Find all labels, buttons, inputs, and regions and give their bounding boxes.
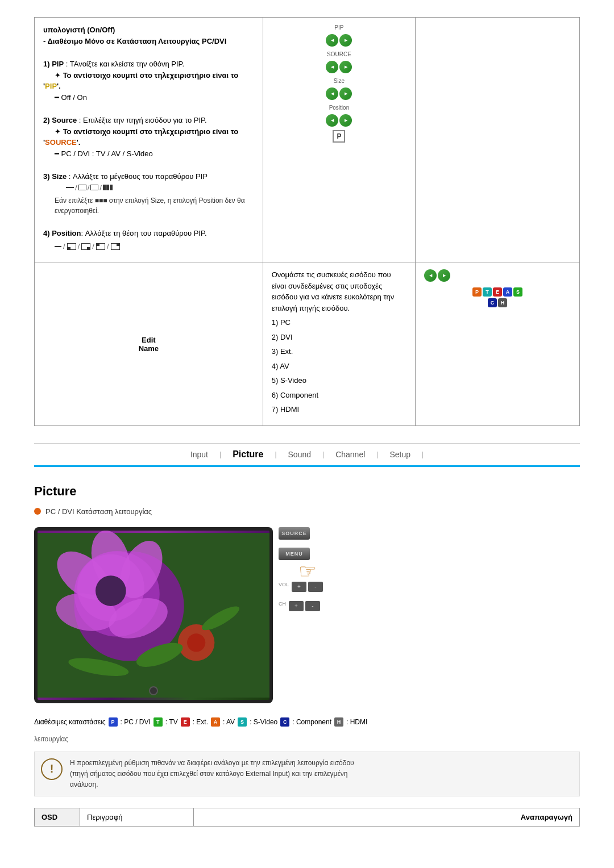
size-btn-pair (326, 87, 352, 100)
nav-sep-3: | (322, 450, 324, 458)
pteas-a: A (503, 287, 512, 297)
pip-section-1: 1) PIP : TAvoίξτε και κλείστε την οθόνη … (43, 59, 254, 103)
picture-subtitle-text: PC / DVI Κατάσταση λειτουργίας (45, 507, 152, 516)
status-av: : AV (223, 718, 235, 726)
edit-left-btn[interactable] (424, 269, 437, 282)
status-icon-s: S (238, 717, 247, 727)
pip-section-4: 4) Position: Αλλάξτε τη θέση του παραθύρ… (43, 228, 254, 252)
edit-name-desc: Ονομάστε τις συσκευές εισόδου που είναι … (272, 269, 406, 314)
nav-sep-1: | (219, 450, 221, 458)
pip-left-btn[interactable] (326, 34, 338, 47)
source-left-btn[interactable] (326, 61, 338, 73)
status-icon-h: H (334, 717, 343, 727)
nav-sep-4: | (376, 450, 378, 458)
status-ext: : Ext. (193, 718, 208, 726)
ch-controls: CH + - (279, 601, 323, 611)
position-right-btn[interactable] (339, 114, 352, 127)
pteas-t: T (483, 287, 492, 297)
size-left-btn[interactable] (326, 87, 338, 100)
status-icon-a: A (211, 717, 220, 727)
picture-title: Picture (34, 484, 580, 499)
nav-channel[interactable]: Channel (335, 450, 365, 459)
size-icon-group: Size (272, 78, 406, 100)
note-box: ! Η προεπιλεγμένη ρύθμιση πιθανόν να δια… (34, 752, 580, 797)
desc-label-cell: Περιγραφή (80, 808, 194, 827)
tv-frame (34, 527, 273, 703)
picture-section: Picture PC / DVI Κατάσταση λειτουργίας (34, 484, 580, 827)
edit-name-item-3: 3) Ext. (272, 346, 406, 357)
edit-name-item-2: 2) DVI (272, 332, 406, 343)
edit-name-label-cell: EditName (35, 262, 263, 426)
pip-icon-group: PIP (272, 24, 406, 47)
edit-right-btn[interactable] (438, 269, 450, 282)
pteas-s: S (513, 287, 522, 297)
status-icons-row: Διαθέσιμες καταστάσεις P : PC / DVI T : … (34, 717, 580, 727)
hand-icon: ☞ (298, 560, 317, 583)
note-line1: Η προεπιλεγμένη ρύθμιση πιθανόν να διαφέ… (70, 759, 354, 767)
pteas-e: E (493, 287, 502, 297)
note-line3: ανάλυση. (70, 781, 98, 788)
pteas-block: P T E A S C H (424, 287, 571, 307)
position-label: Position (329, 105, 350, 111)
status-icon-p: P (109, 717, 118, 727)
position-p-icon: P (333, 130, 345, 143)
size-right-btn[interactable] (339, 87, 352, 100)
bullet-circle-icon (34, 508, 41, 515)
pip-section-3: 3) Size : Αλλάξτε το μέγεθους του παραθύ… (43, 171, 254, 216)
status-component: : Component (292, 718, 331, 726)
pip-content-cell: υπολογιστή (On/Off) - Διαθέσιμο Μόνο σε … (35, 18, 263, 262)
nav-picture[interactable]: Picture (233, 449, 263, 460)
edit-name-item-5: 5) S-Video (272, 375, 406, 386)
edit-name-icon-cell: P T E A S C H (416, 262, 580, 426)
note-text: Η προεπιλεγμένη ρύθμιση πιθανόν να διαφέ… (70, 758, 354, 791)
status-icon-c: C (280, 717, 289, 727)
nav-sound[interactable]: Sound (288, 450, 311, 459)
tv-power-btn[interactable] (149, 686, 158, 695)
pteas-h: H (498, 298, 507, 307)
size-label: Size (334, 78, 345, 84)
tv-controls-panel: SOURCE MENU ☞ VOL + - CH + - (279, 527, 323, 612)
edit-name-item-4: 4) AV (272, 361, 406, 372)
position-left-btn[interactable] (326, 114, 338, 127)
status-pc-dvi: : PC / DVI (121, 718, 151, 726)
ch-minus-btn[interactable]: - (305, 601, 320, 611)
source-label: SOURCE (327, 51, 351, 57)
menu-btn[interactable]: MENU (279, 548, 310, 560)
svg-point-11 (187, 633, 205, 652)
pip-label: PIP (334, 24, 343, 31)
page-container: υπολογιστή (On/Off) - Διαθέσιμο Μόνο σε … (0, 0, 614, 861)
edit-name-btn-pair (424, 269, 571, 282)
nav-bar: Input | Picture | Sound | Channel | Setu… (34, 443, 580, 467)
pip-section-2: 2) Source : Επιλέξτε την πηγή εισόδου γι… (43, 115, 254, 159)
edit-name-content-cell: Ονομάστε τις συσκευές εισόδου που είναι … (263, 262, 415, 426)
replay-label-cell: Αναπαραγωγή (194, 808, 580, 827)
ch-plus-btn[interactable]: + (289, 601, 304, 611)
source-btn-pair (326, 61, 352, 73)
position-icon-group: Position P (272, 105, 406, 143)
svg-text:!: ! (50, 762, 54, 775)
pteas-row-1: P T E A S (472, 287, 522, 297)
note-icon: ! (40, 758, 63, 784)
pteas-p: P (472, 287, 482, 297)
flower-image (38, 531, 269, 700)
status-available-label: Διαθέσιμες καταστάσεις (34, 718, 106, 726)
position-btn-pair (326, 114, 352, 127)
nav-setup[interactable]: Setup (389, 450, 410, 459)
pteas-row-2: C H (488, 298, 507, 307)
status-tv: : TV (165, 718, 178, 726)
picture-subtitle: PC / DVI Κατάσταση λειτουργίας (34, 507, 580, 516)
nav-sep-2: | (275, 450, 276, 458)
note-line2: (πηγή σήματος εισόδου που έχει επιλεχθεί… (70, 770, 348, 778)
source-btn[interactable]: SOURCE (279, 527, 310, 540)
status-hdmi: : HDMI (346, 718, 367, 726)
osd-table: OSD Περιγραφή Αναπαραγωγή (34, 808, 580, 827)
status-icon-t: T (154, 717, 163, 727)
status-icon-e: E (181, 717, 190, 727)
tv-screen (38, 531, 269, 700)
pip-right-btn[interactable] (339, 34, 352, 47)
nav-input[interactable]: Input (190, 450, 208, 459)
source-right-btn[interactable] (339, 61, 352, 73)
nav-sep-5: | (422, 450, 424, 458)
edit-name-item-7: 7) HDMI (272, 404, 406, 415)
source-icon-group: SOURCE (272, 51, 406, 73)
